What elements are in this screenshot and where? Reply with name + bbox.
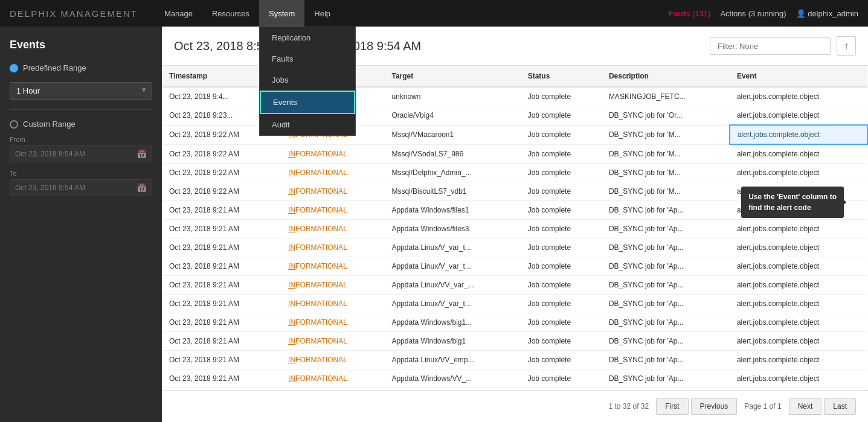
cell-status: Job complete [521, 144, 602, 164]
table-row[interactable]: Oct 23, 2018 9:21 AMINFORMATIONALAppdata… [162, 388, 867, 391]
cell-status: Job complete [521, 106, 602, 126]
cell-description: DB_SYNC job for 'Ap... [602, 238, 730, 257]
cell-severity: INFORMATIONAL [281, 369, 384, 388]
cell-description: DB_SYNC job for 'Ap... [602, 201, 730, 220]
cell-timestamp: Oct 23, 2018 9:21 AM [162, 257, 281, 276]
range-select[interactable]: 1 Hour 6 Hours 12 Hours 1 Day 1 Week [10, 82, 152, 100]
brand-suffix: MANAGEMENT [57, 8, 138, 19]
cell-event: alert.jobs.complete.object [730, 164, 867, 182]
cell-timestamp: Oct 23, 2018 9:21 AM [162, 295, 281, 313]
cell-event: alert.jobs.complete.object [730, 313, 867, 332]
last-page-button[interactable]: Last [824, 398, 856, 415]
cell-timestamp: Oct 23, 2018 9:21 AM [162, 276, 281, 295]
to-input[interactable] [15, 184, 137, 192]
predefined-radio[interactable] [10, 64, 18, 72]
from-calendar-icon[interactable]: 📅 [137, 149, 147, 159]
cell-severity: INFORMATIONAL [281, 182, 384, 201]
dropdown-audit[interactable]: Audit [260, 114, 355, 135]
custom-range-option[interactable]: Custom Range [10, 120, 152, 129]
cell-timestamp: Oct 23, 2018 9:21 AM [162, 313, 281, 332]
table-row[interactable]: Oct 23, 2018 9:21 AMINFORMATIONALAppdata… [162, 238, 867, 257]
to-calendar-icon[interactable]: 📅 [137, 183, 147, 193]
header-right: ↑ [710, 36, 856, 56]
cell-severity: INFORMATIONAL [281, 144, 384, 164]
table-row[interactable]: Oct 23, 2018 9:21 AMINFORMATIONALAppdata… [162, 313, 867, 332]
table-row[interactable]: Oct 23, 2018 9:21 AMINFORMATIONALAppdata… [162, 295, 867, 313]
filter-input[interactable] [710, 37, 831, 55]
dropdown-faults[interactable]: Faults [260, 48, 355, 69]
cell-target: Mssql/Delphix_Admin_... [384, 164, 520, 182]
nav-help[interactable]: Help [304, 0, 340, 27]
cell-timestamp: Oct 23, 2018 9:21 AM [162, 238, 281, 257]
table-row[interactable]: Oct 23, 2018 9:21 AMINFORMATIONALAppdata… [162, 369, 867, 388]
cell-event: alert.jobs.complete.object [730, 257, 867, 276]
sidebar: Events Predefined Range 1 Hour 6 Hours 1… [0, 27, 162, 422]
export-button[interactable]: ↑ [837, 36, 856, 56]
next-page-button[interactable]: Next [789, 398, 822, 415]
cell-description: DB_SYNC job for 'Ap... [602, 351, 730, 369]
cell-target: Appdata Windows/V_e... [384, 388, 520, 391]
cell-timestamp: Oct 23, 2018 9:21 AM [162, 369, 281, 388]
cell-event: alert.jobs.complete.object [730, 388, 867, 391]
cell-status: Job complete [521, 201, 602, 220]
dropdown-replication[interactable]: Replication [260, 27, 355, 48]
cell-event: alert.jobs.complete.object [730, 332, 867, 351]
cell-target: Appdata Linux/V_var_t... [384, 238, 520, 257]
dropdown-jobs[interactable]: Jobs [260, 69, 355, 91]
custom-radio[interactable] [10, 120, 18, 129]
cell-status: Job complete [521, 257, 602, 276]
cell-description: MASKINGJOB_FETC... [602, 87, 730, 106]
predefined-range-option[interactable]: Predefined Range [10, 63, 152, 72]
first-page-button[interactable]: First [656, 398, 688, 415]
faults-badge[interactable]: Faults (131) [669, 9, 710, 18]
cell-timestamp: Oct 23, 2018 9:21 AM [162, 332, 281, 351]
cell-severity: INFORMATIONAL [281, 276, 384, 295]
cell-timestamp: Oct 23, 2018 9:22 AM [162, 164, 281, 182]
table-row[interactable]: Oct 23, 2018 9:22 AMINFORMATIONALMssql/D… [162, 164, 867, 182]
to-label: To [10, 170, 152, 177]
cell-status: Job complete [521, 182, 602, 201]
cell-event: alert.jobs.complete.object [730, 125, 867, 144]
table-row[interactable]: Oct 23, 2018 9:21 AMINFORMATIONALAppdata… [162, 332, 867, 351]
table-row[interactable]: Oct 23, 2018 9:21 AMINFORMATIONALAppdata… [162, 351, 867, 369]
cell-event: alert.jobs.complete.object [730, 182, 867, 201]
table-row[interactable]: Oct 23, 2018 9:21 AMINFORMATIONALAppdata… [162, 201, 867, 220]
cell-target: Appdata Linux/V_var_t... [384, 257, 520, 276]
cell-status: Job complete [521, 369, 602, 388]
from-input-wrapper: 📅 [10, 145, 152, 162]
table-row[interactable]: Oct 23, 2018 9:22 AMINFORMATIONALMssql/B… [162, 182, 867, 201]
cell-severity: INFORMATIONAL [281, 313, 384, 332]
cell-status: Job complete [521, 332, 602, 351]
user-icon: 👤 [796, 9, 806, 18]
table-row[interactable]: Oct 23, 2018 9:21 AMINFORMATIONALAppdata… [162, 220, 867, 238]
dropdown-events[interactable]: Events [260, 91, 355, 114]
nav-system[interactable]: System [259, 0, 304, 27]
table-row[interactable]: Oct 23, 2018 9:21 AMINFORMATIONALAppdata… [162, 276, 867, 295]
cell-status: Job complete [521, 295, 602, 313]
cell-timestamp: Oct 23, 2018 9:21 AM [162, 201, 281, 220]
cell-description: DB_SYNC job for 'M... [602, 125, 730, 144]
pagination-info: 1 to 32 of 32 [608, 402, 649, 411]
cell-status: Job complete [521, 313, 602, 332]
cell-description: DB_SYNC job for 'Ap... [602, 276, 730, 295]
previous-page-button[interactable]: Previous [691, 398, 738, 415]
from-input[interactable] [15, 150, 137, 158]
cell-severity: INFORMATIONAL [281, 351, 384, 369]
nav-resources[interactable]: Resources [202, 0, 259, 27]
table-row[interactable]: Oct 23, 2018 9:22 AMINFORMATIONALMssql/V… [162, 144, 867, 164]
cell-status: Job complete [521, 164, 602, 182]
cell-status: Job complete [521, 351, 602, 369]
cell-target: Appdata Windows/big1 [384, 332, 520, 351]
sidebar-divider [10, 109, 152, 110]
actions-label[interactable]: Actions (3 running) [720, 9, 786, 18]
cell-description: DB_SYNC job for 'Ap... [602, 257, 730, 276]
cell-description: DB_SYNC job for 'M... [602, 144, 730, 164]
custom-range-section: Custom Range From 📅 To 📅 [10, 120, 152, 196]
col-description: Description [602, 66, 730, 87]
cell-event: alert.jobs.complete.object [730, 351, 867, 369]
pagination: 1 to 32 of 32 First Previous Page 1 of 1… [162, 390, 868, 422]
nav-manage[interactable]: Manage [155, 0, 202, 27]
user-name[interactable]: delphix_admin [808, 9, 858, 18]
layout: Events Predefined Range 1 Hour 6 Hours 1… [0, 27, 868, 422]
table-row[interactable]: Oct 23, 2018 9:21 AMINFORMATIONALAppdata… [162, 257, 867, 276]
